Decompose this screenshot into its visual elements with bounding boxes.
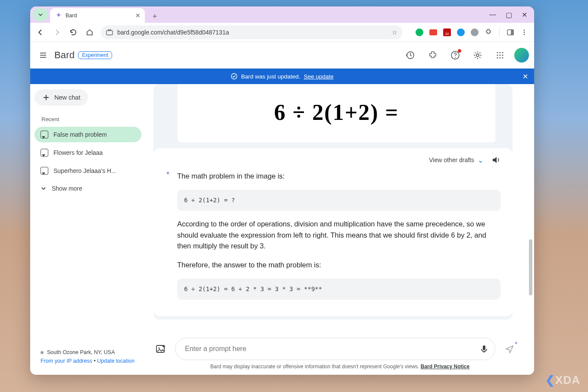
response-paragraph: According to the order of operations, di… <box>177 219 500 252</box>
window-controls: — ▢ ✕ <box>489 6 534 23</box>
browser-window: Bard ✕ + — ▢ ✕ bard.google.com/chat/d9e5… <box>30 6 534 375</box>
reload-button[interactable] <box>66 25 81 40</box>
shield-icon: 32 <box>443 28 451 36</box>
chat-item-active[interactable]: False math problem <box>34 127 141 142</box>
chat-item-label: False math problem <box>53 131 107 138</box>
response-conclusion: Therefore, the answer to the math proble… <box>177 260 500 271</box>
extensions-row: 32 <box>415 28 532 37</box>
chat-scroll[interactable]: 6 ÷ 2(1+2) = View other drafts ⌄ <box>146 84 534 332</box>
disclaimer-text: Bard may display inaccurate or offensive… <box>146 363 534 375</box>
upload-image-button[interactable] <box>153 342 168 356</box>
extension-adblock[interactable]: 32 <box>442 28 452 37</box>
location-dot-icon <box>41 351 44 354</box>
chevron-down-icon <box>41 185 47 191</box>
menu-button[interactable] <box>35 47 51 63</box>
globe-icon <box>471 28 479 36</box>
extensions-button[interactable] <box>484 28 493 37</box>
speaker-button[interactable] <box>491 155 500 165</box>
svg-point-18 <box>502 57 503 58</box>
svg-point-8 <box>455 57 456 58</box>
assistant-response: View other drafts ⌄ The math problem in … <box>153 148 513 316</box>
extensions-puzzle-button[interactable] <box>425 47 441 63</box>
extension-grammarly[interactable] <box>415 28 424 37</box>
maximize-button[interactable]: ▢ <box>506 11 512 19</box>
drafts-label: View other drafts <box>429 157 474 163</box>
home-button[interactable] <box>82 25 97 40</box>
side-panel-button[interactable] <box>506 28 515 37</box>
svg-rect-0 <box>106 31 113 35</box>
new-chat-label: New chat <box>54 94 80 101</box>
svg-point-10 <box>497 52 498 53</box>
prompt-input-wrapper[interactable] <box>175 338 495 360</box>
settings-button[interactable] <box>469 47 486 63</box>
app-header: Bard Experiment <box>30 42 534 69</box>
chevron-down-icon <box>38 12 43 17</box>
blue-circle-icon <box>457 28 465 36</box>
close-window-button[interactable]: ✕ <box>522 11 527 19</box>
update-location-link[interactable]: Update location <box>97 358 134 364</box>
site-info-icon[interactable] <box>106 29 113 36</box>
bard-spark-icon <box>166 168 170 179</box>
forward-button[interactable] <box>49 25 65 40</box>
plus-icon <box>42 94 50 101</box>
brand-name: Bard <box>54 50 75 61</box>
address-bar[interactable]: bard.google.com/chat/d9e5f58d0487131a ☆ <box>101 25 403 39</box>
new-tab-button[interactable]: + <box>148 10 161 23</box>
extension-swatch[interactable] <box>428 28 438 37</box>
brand: Bard Experiment <box>54 50 112 61</box>
chat-bubble-icon <box>41 149 48 157</box>
section-recent-label: Recent <box>41 116 141 122</box>
notification-dot-icon <box>458 49 461 53</box>
show-more-label: Show more <box>52 185 82 192</box>
chat-item-label: Flowers for Jelaaa <box>53 149 103 156</box>
bookmark-star-button[interactable]: ☆ <box>392 29 397 36</box>
ip-address-link[interactable]: From your IP address <box>41 358 92 364</box>
image-plus-icon <box>155 343 166 354</box>
minimize-button[interactable]: — <box>489 11 496 19</box>
help-button[interactable] <box>447 47 463 63</box>
extension-globe[interactable] <box>470 28 479 37</box>
chrome-menu-button[interactable] <box>519 28 529 37</box>
sidebar: New chat Recent False math problem Flowe… <box>30 84 146 375</box>
send-icon <box>505 344 514 354</box>
tab-bar: Bard ✕ + — ▢ ✕ <box>30 6 534 23</box>
svg-point-17 <box>499 57 500 58</box>
chat-item-label: Superhero Jelaaa's H... <box>53 167 116 174</box>
svg-point-4 <box>524 31 525 33</box>
activity-button[interactable] <box>402 47 419 63</box>
svg-point-11 <box>499 52 500 53</box>
tab-close-button[interactable]: ✕ <box>135 12 141 19</box>
chat-item[interactable]: Superhero Jelaaa's H... <box>34 163 141 179</box>
spark-icon: ✦ <box>514 341 518 345</box>
browser-tab-active[interactable]: Bard ✕ <box>50 8 145 23</box>
new-chat-button[interactable]: New chat <box>34 89 88 106</box>
search-tabs-button[interactable] <box>33 8 48 22</box>
chat-main: 6 ÷ 2(1+2) = View other drafts ⌄ <box>146 84 534 375</box>
check-seal-icon <box>231 73 238 80</box>
location-footer: South Ozone Park, NY, USA From your IP a… <box>34 348 141 370</box>
svg-point-13 <box>497 54 498 56</box>
banner-link[interactable]: See update <box>304 73 334 80</box>
microphone-button[interactable] <box>479 344 489 354</box>
back-button[interactable] <box>33 25 48 40</box>
apps-grid-button[interactable] <box>492 47 508 63</box>
chat-bubble-icon <box>41 167 48 175</box>
show-more-button[interactable]: Show more <box>34 181 141 196</box>
svg-point-21 <box>158 347 160 348</box>
svg-point-15 <box>502 54 503 56</box>
account-avatar[interactable] <box>514 48 529 63</box>
location-text: South Ozone Park, NY, USA <box>47 348 115 357</box>
experiment-badge: Experiment <box>78 51 112 59</box>
prompt-input[interactable] <box>185 345 479 353</box>
privacy-link[interactable]: Bard Privacy Notice <box>421 364 469 370</box>
banner-close-button[interactable]: ✕ <box>522 72 528 81</box>
banner-text: Bard was just updated. <box>241 73 300 80</box>
scrollbar-thumb[interactable] <box>529 239 532 295</box>
code-block: 6 ÷ 2(1+2) = ? <box>177 190 500 211</box>
view-drafts-button[interactable]: View other drafts ⌄ <box>429 156 483 164</box>
extension-blue[interactable] <box>456 28 466 37</box>
response-intro: The math problem in the image is: <box>177 171 500 182</box>
chat-item[interactable]: Flowers for Jelaaa <box>34 145 141 160</box>
send-button[interactable]: ✦ <box>502 342 517 356</box>
svg-point-5 <box>524 34 525 35</box>
